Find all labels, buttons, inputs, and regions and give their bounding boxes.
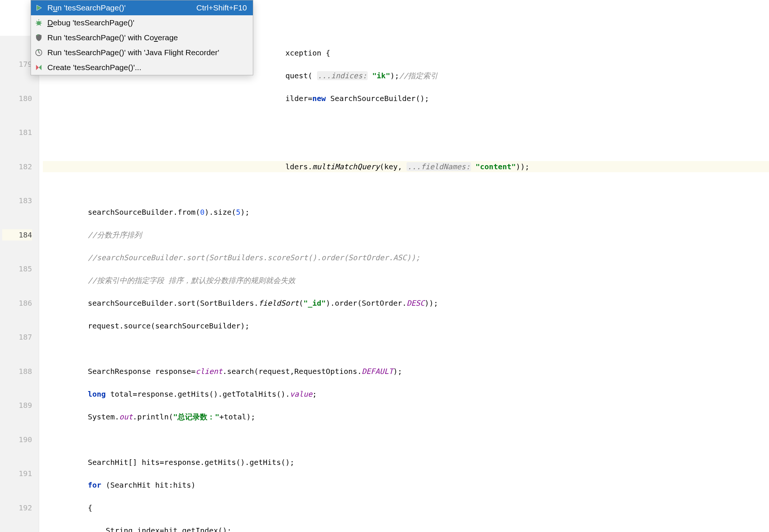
method-call: fieldSort [258, 299, 299, 308]
code-text: (key, [380, 162, 407, 171]
number: 5 [236, 208, 241, 217]
code-line[interactable] [43, 343, 769, 355]
comment: //分数升序排列 [88, 230, 141, 239]
jfr-icon [35, 48, 43, 57]
code-line[interactable]: //按索引中的指定字段 排序，默认按分数排序的规则就会失效 [43, 275, 769, 286]
menu-item-label: Run 'tesSearchPage()' with Coverage [47, 33, 247, 42]
line-number[interactable]: 185 [2, 263, 32, 275]
string-literal: "总记录数：" [173, 412, 219, 421]
menu-item-label: Run 'tesSearchPage()' [47, 3, 192, 12]
menu-item-label: Debug 'tesSearchPage()' [47, 18, 242, 27]
line-number-gutter[interactable]: 179 180 181 182 183 184 185 186 187 188 … [0, 36, 39, 532]
create-icon [35, 63, 43, 72]
comment: //指定索引 [399, 71, 438, 80]
code-text: ).size( [205, 208, 236, 217]
svg-point-0 [37, 21, 41, 25]
coverage-icon [35, 34, 43, 42]
code-text [471, 162, 475, 171]
comment: //searchSourceBuilder.sort(SortBuilders.… [88, 253, 420, 262]
code-text: ); [393, 367, 402, 376]
inline-hint: ...fieldNames: [407, 162, 471, 171]
code-line[interactable]: //分数升序排列 [43, 229, 769, 241]
code-text: .search(request,RequestOptions. [223, 367, 362, 376]
line-number[interactable]: 187 [2, 331, 32, 343]
menu-item-jfr[interactable]: Run 'tesSearchPage()' with 'Java Flight … [31, 45, 253, 60]
code-text: request.source(searchSourceBuilder); [88, 321, 249, 330]
code-text: ; [313, 390, 317, 399]
line-number[interactable]: 190 [2, 434, 32, 446]
code-line[interactable] [43, 138, 769, 150]
run-icon [35, 4, 43, 12]
debug-icon [35, 19, 43, 27]
context-menu[interactable]: Run 'tesSearchPage()' Ctrl+Shift+F10 Deb… [31, 0, 253, 75]
menu-item-label: Run 'tesSearchPage()' with 'Java Flight … [47, 48, 247, 57]
line-number[interactable]: 189 [2, 400, 32, 411]
string-literal: "_id" [303, 299, 326, 308]
code-text: { [88, 503, 92, 512]
code-line[interactable]: lders.multiMatchQuery(key, ...fieldNames… [43, 161, 769, 173]
code-text: )); [516, 162, 529, 171]
constant: DESC [407, 299, 424, 308]
code-text: searchSourceBuilder.sort(SortBuilders. [88, 299, 258, 308]
line-number[interactable]: 188 [2, 366, 32, 377]
code-line[interactable]: String index=hit.getIndex(); [43, 525, 769, 532]
menu-item-coverage[interactable]: Run 'tesSearchPage()' with Coverage [31, 30, 253, 45]
code-line[interactable]: //searchSourceBuilder.sort(SortBuilders.… [43, 252, 769, 264]
line-number[interactable]: 182 [2, 161, 32, 173]
line-number[interactable]: 192 [2, 502, 32, 514]
line-number-text: 179 [19, 60, 32, 69]
line-number[interactable]: 181 [2, 127, 32, 138]
menu-item-shortcut: Ctrl+Shift+F10 [197, 3, 247, 12]
code-text: xception { [285, 48, 330, 57]
code-line[interactable]: long total=response.getHits().getTotalHi… [43, 388, 769, 400]
field: out [119, 412, 133, 421]
comment: //按索引中的指定字段 排序，默认按分数排序的规则就会失效 [88, 276, 295, 285]
code-line[interactable] [43, 116, 769, 127]
code-text: String index=hit.getIndex(); [106, 526, 232, 532]
code-line[interactable]: SearchHit[] hits=response.getHits().getH… [43, 457, 769, 468]
line-number[interactable]: 183 [2, 195, 32, 207]
field: client [195, 367, 222, 376]
method-call: multiMatchQuery [312, 162, 380, 171]
line-number[interactable]: 179 [2, 59, 32, 70]
code-text: ); [390, 71, 399, 80]
code-text: SearchSourceBuilder(); [326, 94, 429, 103]
code-line[interactable]: System.out.println("总记录数："+total); [43, 411, 769, 423]
line-number[interactable]: 186 [2, 298, 32, 309]
code-text: ilder= [285, 94, 312, 103]
code-text: ( [299, 299, 303, 308]
inline-hint: ...indices: [317, 71, 368, 80]
string-literal: "ik" [372, 71, 390, 80]
constant: DEFAULT [362, 367, 393, 376]
code-line[interactable]: for (SearchHit hit:hits) [43, 479, 769, 491]
code-line[interactable]: searchSourceBuilder.sort(SortBuilders.fi… [43, 298, 769, 309]
code-line[interactable]: searchSourceBuilder.from(0).size(5); [43, 207, 769, 218]
string-literal: "content" [475, 162, 516, 171]
code-text: SearchHit[] hits=response.getHits().getH… [88, 458, 294, 467]
code-text: .println( [133, 412, 173, 421]
code-line[interactable] [43, 184, 769, 195]
menu-item-label: Create 'tesSearchPage()'... [47, 63, 247, 72]
code-editor: 179 180 181 182 183 184 185 186 187 188 … [0, 36, 769, 532]
code-line[interactable]: ilder=new SearchSourceBuilder(); [43, 93, 769, 104]
line-number[interactable]: 180 [2, 93, 32, 104]
code-line[interactable]: SearchResponse response=client.search(re… [43, 366, 769, 377]
code-text: total=response.getHits().getTotalHits(). [106, 390, 290, 399]
menu-item-debug[interactable]: Debug 'tesSearchPage()' [31, 15, 253, 30]
code-text: System. [88, 412, 119, 421]
code-text: ); [241, 208, 249, 217]
code-line[interactable]: request.source(searchSourceBuilder); [43, 320, 769, 332]
keyword: long [88, 390, 106, 399]
code-text [368, 71, 372, 80]
menu-item-run[interactable]: Run 'tesSearchPage()' Ctrl+Shift+F10 [31, 0, 253, 15]
line-number-text: 184 [19, 230, 32, 239]
code-text: +total); [219, 412, 255, 421]
menu-item-create[interactable]: Create 'tesSearchPage()'... [31, 60, 253, 75]
keyword: for [88, 481, 101, 489]
code-line[interactable] [43, 434, 769, 446]
line-number[interactable]: 184 [2, 229, 32, 241]
code-line[interactable]: { [43, 502, 769, 514]
code-text: quest( [285, 71, 317, 80]
code-area[interactable]: xception { quest( ...indices: "ik");//指定… [39, 36, 769, 532]
line-number[interactable]: 191 [2, 468, 32, 479]
